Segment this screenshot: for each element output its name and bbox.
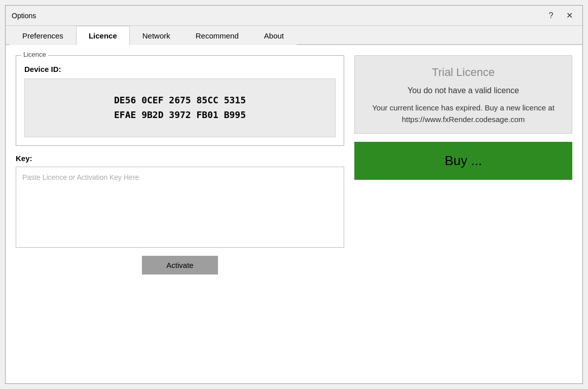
- window-title: Options: [12, 12, 36, 20]
- trial-no-valid: You do not have a valid licence: [363, 86, 564, 95]
- fieldset-legend: Licence: [21, 51, 48, 58]
- device-id-label: Device ID:: [24, 65, 336, 73]
- device-id-line2: EFAE 9B2D 3972 FB01 B995: [33, 108, 327, 123]
- title-bar-controls: ? ✕: [544, 9, 576, 23]
- right-panel: Trial Licence You do not have a valid li…: [354, 55, 572, 373]
- key-input[interactable]: [16, 167, 344, 248]
- title-bar: Options ? ✕: [6, 6, 582, 26]
- tab-about[interactable]: About: [251, 26, 297, 45]
- options-window: Options ? ✕ Preferences Licence Network …: [5, 5, 583, 384]
- tab-network[interactable]: Network: [130, 26, 183, 45]
- device-id-line1: DE56 0CEF 2675 85CC 5315: [33, 93, 327, 108]
- licence-fieldset: Licence Device ID: DE56 0CEF 2675 85CC 5…: [16, 55, 344, 146]
- trial-box: Trial Licence You do not have a valid li…: [354, 55, 572, 134]
- key-label: Key:: [16, 154, 344, 163]
- trial-title: Trial Licence: [363, 66, 564, 79]
- trial-expired-text: Your current licence has expired. Buy a …: [363, 102, 564, 125]
- key-section: Key: Activate: [16, 154, 344, 275]
- tab-recommend[interactable]: Recommend: [183, 26, 251, 45]
- tab-preferences[interactable]: Preferences: [10, 26, 76, 45]
- content-area: Licence Device ID: DE56 0CEF 2675 85CC 5…: [6, 45, 582, 383]
- help-button[interactable]: ?: [544, 9, 558, 23]
- tab-licence[interactable]: Licence: [76, 26, 130, 45]
- activate-button[interactable]: Activate: [142, 256, 217, 275]
- buy-button[interactable]: Buy ...: [354, 142, 572, 180]
- close-button[interactable]: ✕: [562, 9, 576, 23]
- tab-bar: Preferences Licence Network Recommend Ab…: [6, 26, 582, 45]
- device-id-box: DE56 0CEF 2675 85CC 5315 EFAE 9B2D 3972 …: [24, 79, 336, 137]
- left-panel: Licence Device ID: DE56 0CEF 2675 85CC 5…: [16, 55, 344, 373]
